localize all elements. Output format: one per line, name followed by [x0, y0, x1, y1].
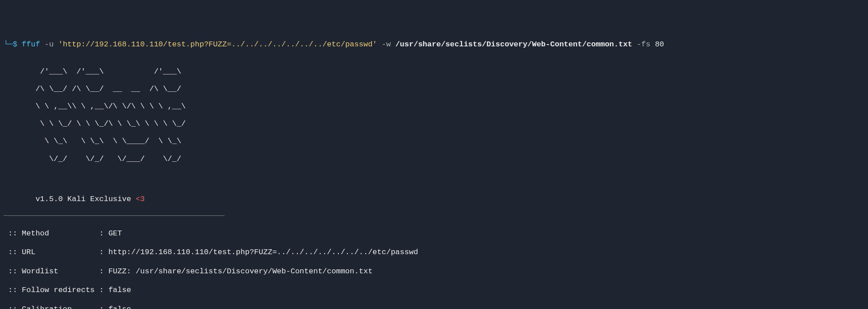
ascii-line: \ \_\ \ \_\ \ \____/ \ \_\: [4, 137, 864, 146]
flag-fs: -fs: [632, 40, 655, 49]
config-wordlist: :: Wordlist : FUZZ: /usr/share/seclists/…: [4, 267, 864, 276]
divider-top: [4, 215, 225, 216]
config-calibration: :: Calibration : false: [4, 305, 864, 309]
ascii-line: /'___\ /'___\ /'___\: [4, 67, 864, 76]
version-line: v1.5.0 Kali Exclusive <3: [4, 194, 864, 204]
ascii-line: /\ \__/ /\ \__/ __ __ /\ \__/: [4, 85, 864, 94]
ascii-line: \/_/ \/_/ \/___/ \/_/: [4, 155, 864, 164]
fs-value: 80: [655, 40, 664, 49]
ffuf-ascii-banner: /'___\ /'___\ /'___\ /\ \__/ /\ \__/ __ …: [4, 59, 864, 172]
terminal-command-line: └─$ ffuf -u 'http://192.168.110.110/test…: [4, 40, 864, 49]
flag-u: -u: [40, 40, 58, 49]
command-wordlist: /usr/share/seclists/Discovery/Web-Conten…: [395, 40, 632, 49]
config-method: :: Method : GET: [4, 229, 864, 238]
config-follow-redirects: :: Follow redirects : false: [4, 285, 864, 295]
prompt-dollar: $: [13, 40, 21, 49]
version-text: v1.5.0 Kali Exclusive: [4, 195, 136, 203]
command-name: ffuf: [22, 40, 40, 49]
ascii-line: \ \ ,__\\ \ ,__\/\ \/\ \ \ \ ,__\: [4, 102, 864, 111]
config-url: :: URL : http://192.168.110.110/test.php…: [4, 247, 864, 257]
flag-w: -w: [377, 40, 396, 49]
heart-icon: <3: [136, 195, 145, 203]
command-url: 'http://192.168.110.110/test.php?FUZZ=..…: [58, 40, 377, 49]
prompt-char: └─: [4, 40, 13, 49]
ascii-line: \ \ \_/ \ \ \_/\ \ \_\ \ \ \ \_/: [4, 119, 864, 128]
